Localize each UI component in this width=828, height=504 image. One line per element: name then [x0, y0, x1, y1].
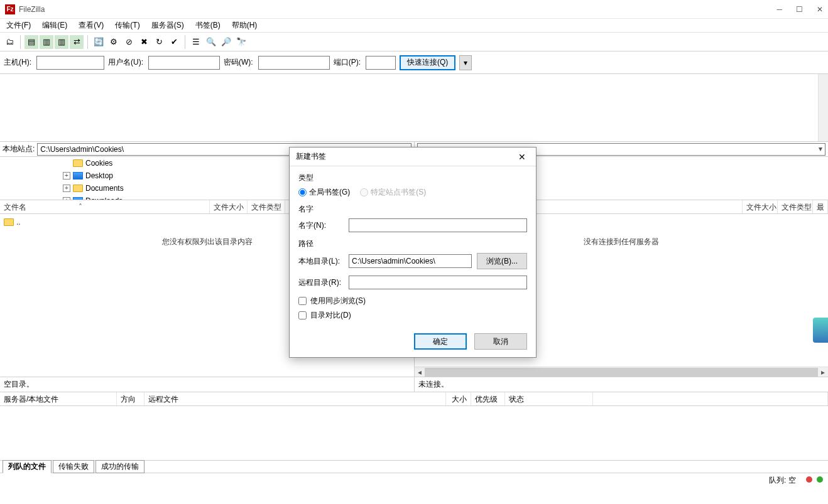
- remote-col-last[interactable]: 最: [813, 200, 828, 213]
- menu-bookmark[interactable]: 书签(B): [193, 19, 223, 32]
- host-label: 主机(H):: [4, 57, 31, 68]
- radio-global-bookmark[interactable]: 全局书签(G): [298, 187, 350, 198]
- minimize-button[interactable]: ─: [776, 5, 782, 14]
- quick-connect-dropdown[interactable]: ▾: [459, 55, 472, 70]
- close-button[interactable]: ✕: [817, 5, 823, 14]
- expand-icon[interactable]: +: [63, 172, 70, 180]
- new-bookmark-dialog: 新建书签 ✕ 类型 全局书签(G) 特定站点书签(S) 名字 名字(N): 路径…: [289, 147, 537, 358]
- tab-queued[interactable]: 列队的文件: [3, 460, 52, 473]
- user-input[interactable]: [148, 56, 220, 70]
- sync-browse-checkbox[interactable]: [298, 297, 307, 305]
- filter-icon[interactable]: ✔: [167, 35, 181, 49]
- reconnect-icon[interactable]: ↻: [152, 35, 166, 49]
- remote-dir-input[interactable]: [349, 276, 527, 289]
- queue-list[interactable]: [0, 406, 828, 461]
- log-scrollbar[interactable]: [818, 74, 828, 141]
- remote-empty-message: 没有连接到任何服务器: [584, 237, 659, 247]
- pass-input[interactable]: [258, 56, 330, 70]
- queue-col-server[interactable]: 服务器/本地文件: [0, 392, 117, 405]
- local-col-name[interactable]: 文件名 ˄: [0, 200, 210, 213]
- radio-site-bookmark: 特定站点书签(S): [360, 187, 426, 198]
- search-icon[interactable]: 🔎: [219, 35, 233, 49]
- port-input[interactable]: [366, 56, 396, 70]
- queue-col-prio[interactable]: 优先级: [471, 392, 505, 405]
- local-dir-label: 本地目录(L):: [298, 256, 344, 267]
- queue-col-dir[interactable]: 方向: [117, 392, 144, 405]
- radio-site-input: [360, 188, 368, 196]
- local-col-type[interactable]: 文件类型: [248, 200, 285, 213]
- tree-node-label: Downloads: [85, 196, 123, 200]
- drive-icon: [73, 197, 83, 200]
- queue-header: 服务器/本地文件 方向 远程文件 大小 优先级 状态: [0, 392, 828, 406]
- menu-view[interactable]: 查看(V): [76, 19, 106, 32]
- find-icon[interactable]: 🔭: [234, 35, 248, 49]
- queue-status-text: 队列: 空: [769, 475, 796, 486]
- queue-tabs: 列队的文件 传输失败 成功的传输: [0, 461, 828, 473]
- bookmark-name-input[interactable]: [349, 218, 527, 232]
- dir-compare-checkbox[interactable]: [298, 311, 307, 319]
- queue-col-remote[interactable]: 远程文件: [144, 392, 446, 405]
- tab-success[interactable]: 成功的传输: [95, 460, 144, 473]
- menu-transfer[interactable]: 传输(T): [112, 19, 142, 32]
- expand-icon[interactable]: +: [63, 197, 70, 200]
- toggle-tree-local-icon[interactable]: ▥: [40, 35, 53, 49]
- local-status-text: 空目录。: [4, 379, 34, 390]
- cancel-button[interactable]: 取消: [474, 333, 527, 350]
- maximize-button[interactable]: ☐: [796, 5, 803, 14]
- process-queue-icon[interactable]: ⚙: [107, 35, 121, 49]
- browse-button[interactable]: 浏览(B)...: [477, 253, 527, 269]
- menu-server[interactable]: 服务器(S): [149, 19, 187, 32]
- activity-led-send-icon: [817, 476, 823, 483]
- pass-label: 密码(W):: [224, 57, 253, 68]
- dialog-title: 新建书签: [296, 151, 326, 162]
- disconnect-icon[interactable]: ✖: [137, 35, 151, 49]
- type-group-label: 类型: [298, 173, 527, 183]
- remote-col-type[interactable]: 文件类型: [778, 200, 813, 213]
- sync-browse-label: 使用同步浏览(S): [310, 296, 366, 306]
- folder-icon: [4, 218, 14, 226]
- dir-compare-label: 目录对比(D): [310, 310, 351, 321]
- site-manager-icon[interactable]: 🗂: [3, 35, 16, 49]
- local-col-size[interactable]: 文件大小: [210, 200, 248, 213]
- menu-file[interactable]: 文件(F): [4, 19, 33, 32]
- queue-col-size[interactable]: 大小: [446, 392, 471, 405]
- menu-edit[interactable]: 编辑(E): [40, 19, 70, 32]
- scroll-left-icon[interactable]: ◂: [415, 368, 425, 377]
- compare-icon[interactable]: ☰: [189, 35, 203, 49]
- remote-status-text: 未连接。: [418, 379, 449, 390]
- local-site-label: 本地站点:: [3, 144, 35, 154]
- sync-browse-icon[interactable]: 🔍: [204, 35, 218, 49]
- user-label: 用户名(U):: [108, 57, 143, 68]
- scroll-right-icon[interactable]: ▸: [818, 368, 828, 377]
- remote-hscrollbar[interactable]: ◂ ▸: [415, 367, 828, 377]
- menu-help[interactable]: 帮助(H): [229, 19, 260, 32]
- tab-failed[interactable]: 传输失败: [53, 460, 94, 473]
- activity-led-recv-icon: [806, 476, 812, 483]
- remote-col-size[interactable]: 文件大小: [743, 200, 778, 213]
- cancel-icon[interactable]: ⊘: [122, 35, 136, 49]
- ok-button[interactable]: 确定: [414, 333, 467, 350]
- pane-status-bars: 空目录。 未连接。: [0, 377, 828, 392]
- queue-col-stat[interactable]: 状态: [505, 392, 593, 405]
- name-field-label: 名字(N):: [298, 220, 344, 231]
- quick-connect-button[interactable]: 快速连接(Q): [400, 55, 455, 70]
- tree-node-label: Documents: [85, 184, 124, 193]
- toggle-queue-icon[interactable]: ⇄: [70, 35, 84, 49]
- toggle-log-icon[interactable]: ▤: [25, 35, 38, 49]
- name-group-label: 名字: [298, 204, 527, 215]
- title-bar: Fz FileZilla ─ ☐ ✕: [0, 0, 828, 19]
- tree-node-label: Desktop: [85, 171, 113, 180]
- side-tab-widget[interactable]: [813, 318, 828, 343]
- folder-icon: [73, 185, 83, 192]
- expand-icon[interactable]: +: [63, 185, 70, 192]
- quick-connect-bar: 主机(H): 用户名(U): 密码(W): 端口(P): 快速连接(Q) ▾: [0, 51, 828, 74]
- toggle-tree-remote-icon[interactable]: ▥: [55, 35, 68, 49]
- local-dir-input[interactable]: [349, 254, 472, 268]
- remote-path-dropdown-icon[interactable]: ▾: [815, 144, 825, 154]
- app-title: FileZilla: [19, 5, 45, 14]
- refresh-icon[interactable]: 🔄: [92, 35, 106, 49]
- radio-global-input[interactable]: [298, 188, 307, 196]
- folder-icon: [73, 159, 83, 167]
- host-input[interactable]: [36, 56, 104, 70]
- dialog-close-button[interactable]: ✕: [515, 151, 530, 163]
